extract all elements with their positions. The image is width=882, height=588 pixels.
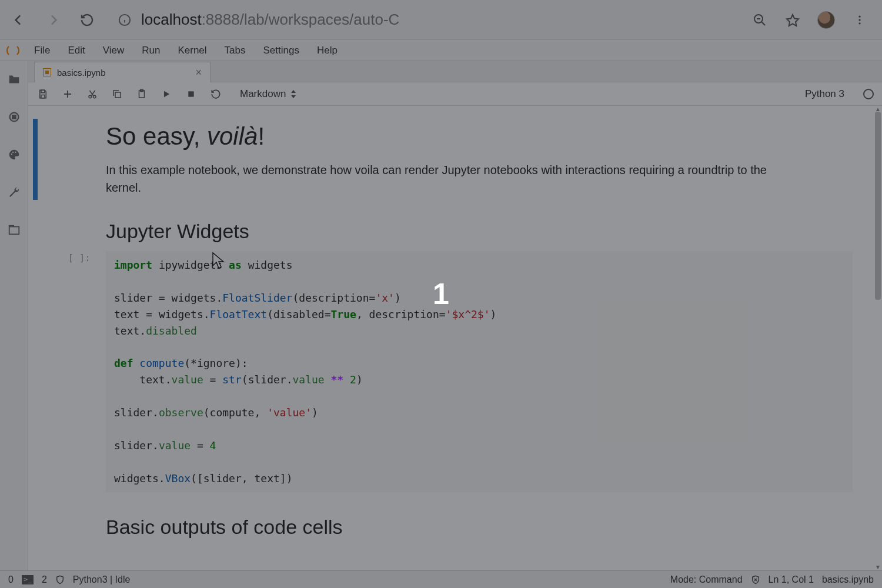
wrench-icon[interactable] [6, 185, 22, 200]
menu-tabs[interactable]: Tabs [216, 41, 254, 60]
status-kernel[interactable]: Python3 | Idle [73, 574, 131, 585]
md-heading: So easy, voilà! [106, 122, 853, 151]
forward-icon[interactable] [45, 12, 61, 28]
kernel-label[interactable]: Python 3 [805, 88, 844, 100]
url-text: localhost:8888/lab/workspaces/auto-C [141, 11, 399, 29]
terminal-icon[interactable]: >_ [22, 575, 34, 584]
status-count-2[interactable]: 2 [42, 574, 47, 585]
cell-type-select[interactable]: Markdown [240, 88, 296, 100]
cell-md1[interactable]: So easy, voilà! In this example notebook… [33, 119, 870, 200]
shield-x-icon[interactable] [751, 574, 760, 585]
cell-type-label: Markdown [240, 88, 286, 100]
svg-marker-6 [787, 15, 799, 26]
cell-prompt: [ ]: [38, 248, 98, 496]
zoom-out-icon[interactable] [751, 12, 768, 28]
browser-right [751, 11, 871, 29]
md-heading: Jupyter Widgets [106, 220, 853, 243]
shield-icon[interactable] [55, 574, 65, 585]
browser-bar: localhost:8888/lab/workspaces/auto-C [0, 0, 882, 40]
restart-icon[interactable] [209, 88, 222, 101]
svg-point-21 [93, 95, 96, 98]
menu-file[interactable]: File [26, 41, 58, 60]
svg-point-12 [11, 153, 12, 155]
notebook-icon [43, 68, 51, 76]
svg-rect-16 [41, 90, 45, 93]
overlay-number: 1 [433, 277, 449, 311]
kebab-menu-icon[interactable] [851, 12, 868, 28]
svg-point-13 [12, 152, 13, 153]
scrollbar-thumb[interactable] [875, 112, 881, 300]
svg-marker-25 [164, 91, 169, 97]
svg-point-7 [858, 15, 860, 17]
url-bar[interactable]: localhost:8888/lab/workspaces/auto-C [116, 11, 741, 29]
cell-gutter-active [33, 119, 38, 200]
cell-code1[interactable]: [ ]: import ipywidgets as widgets slider… [33, 248, 870, 496]
running-icon[interactable] [6, 109, 22, 125]
jupyter-logo-icon[interactable] [0, 44, 26, 57]
notebook-inner: So easy, voilà! In this example notebook… [28, 106, 882, 567]
svg-marker-28 [291, 95, 296, 98]
svg-point-8 [858, 19, 860, 21]
svg-rect-15 [9, 227, 19, 235]
md-paragraph: In this example notebook, we demonstrate… [106, 161, 794, 196]
tab-basics[interactable]: basics.ipynb × [34, 62, 211, 82]
code-editor[interactable]: import ipywidgets as widgets slider = wi… [106, 251, 853, 492]
status-mode[interactable]: Mode: Command [670, 574, 743, 585]
site-info-icon[interactable] [116, 12, 133, 28]
paste-icon[interactable] [135, 88, 148, 101]
back-icon[interactable] [11, 12, 27, 28]
close-icon[interactable]: × [195, 66, 202, 79]
svg-point-20 [89, 95, 92, 98]
cell-body: import ipywidgets as widgets slider = wi… [98, 248, 870, 496]
cell-prompt [38, 497, 98, 542]
bookmark-star-icon[interactable] [784, 12, 801, 28]
cell-body: Jupyter Widgets [98, 201, 870, 246]
status-pos[interactable]: Ln 1, Col 1 [769, 574, 814, 585]
svg-marker-27 [291, 90, 296, 93]
cell-body: Basic outputs of code cells [98, 497, 870, 542]
menu-view[interactable]: View [95, 41, 133, 60]
folder-icon[interactable] [6, 72, 22, 87]
scroll-down-icon[interactable]: ▼ [875, 564, 881, 570]
cell-prompt [38, 119, 98, 200]
stop-icon[interactable] [185, 88, 198, 101]
sidebar [0, 61, 28, 570]
tab-label: basics.ipynb [57, 68, 106, 78]
svg-rect-26 [188, 91, 193, 96]
reload-icon[interactable] [79, 12, 95, 28]
main-area: basics.ipynb × [0, 61, 882, 570]
cell-md3[interactable]: Basic outputs of code cells [33, 497, 870, 542]
kernel-status-icon[interactable] [863, 89, 874, 99]
md-heading: Basic outputs of code cells [106, 516, 853, 539]
status-count-0[interactable]: 0 [8, 574, 14, 585]
menu-help[interactable]: Help [309, 41, 346, 60]
palette-icon[interactable] [6, 147, 22, 162]
cell-md2[interactable]: Jupyter Widgets [33, 201, 870, 246]
notebook-toolbar: Markdown Python 3 [28, 82, 882, 106]
svg-point-9 [858, 22, 860, 24]
save-icon[interactable] [36, 88, 49, 101]
tabs-icon[interactable] [6, 222, 22, 238]
avatar[interactable] [817, 11, 835, 29]
add-cell-icon[interactable] [61, 88, 74, 101]
run-icon[interactable] [160, 88, 173, 101]
menu-settings[interactable]: Settings [255, 41, 308, 60]
cut-icon[interactable] [86, 88, 99, 101]
menu-items: File Edit View Run Kernel Tabs Settings … [26, 41, 346, 60]
status-file[interactable]: basics.ipynb [822, 574, 874, 585]
svg-point-14 [15, 152, 16, 153]
status-bar: 0 >_ 2 Python3 | Idle Mode: Command Ln 1… [0, 570, 882, 588]
cell-gutter [33, 201, 38, 246]
cell-prompt [38, 201, 98, 246]
menu-bar: File Edit View Run Kernel Tabs Settings … [0, 40, 882, 61]
status-left: 0 >_ 2 Python3 | Idle [8, 574, 130, 585]
cell-gutter [33, 248, 38, 496]
notebook-scroll[interactable]: ▲ ▼ So easy, voilà! In this example note… [28, 106, 882, 570]
menu-edit[interactable]: Edit [59, 41, 93, 60]
menu-kernel[interactable]: Kernel [169, 41, 215, 60]
copy-icon[interactable] [111, 88, 123, 101]
cell-gutter [33, 497, 38, 542]
status-right: Mode: Command Ln 1, Col 1 basics.ipynb [670, 574, 874, 585]
updown-icon [290, 90, 296, 98]
menu-run[interactable]: Run [133, 41, 168, 60]
